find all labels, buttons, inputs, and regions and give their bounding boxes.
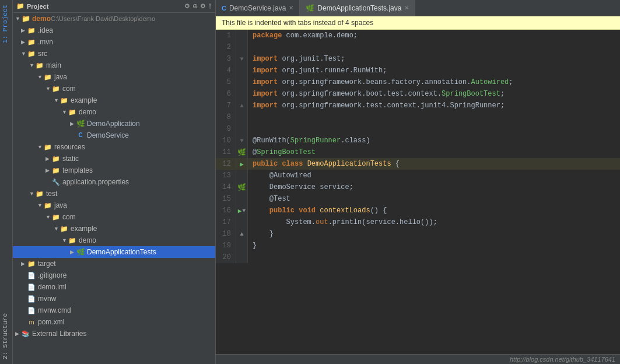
code-content-1: package com.example.demo; bbox=[248, 30, 620, 41]
tab-tests-close[interactable]: ✕ bbox=[404, 5, 409, 11]
code-line-1: 1 package com.example.demo; bbox=[216, 30, 620, 41]
gutter-7: ▲ bbox=[236, 100, 248, 111]
gutter-10: ▼ bbox=[236, 135, 248, 146]
left-panel: 1: Project 2: Structure 📁 Project ⚙ ⊕ ⚙ … bbox=[0, 0, 216, 364]
line-num-13: 13 bbox=[216, 170, 236, 181]
tree-node-example-main[interactable]: ▼ 📁 example bbox=[13, 94, 215, 106]
mvnw-cmd-label: mvnw.cmd bbox=[38, 306, 71, 314]
code-content-13: @Autowired bbox=[248, 170, 620, 181]
code-content-20 bbox=[248, 251, 620, 263]
arrow-idea: ▶ bbox=[21, 27, 27, 33]
code-line-14: 14 🌿 DemoService service; bbox=[216, 181, 620, 193]
tree-node-demo-main[interactable]: ▼ 📁 demo bbox=[13, 106, 215, 118]
tree-node-demo-app[interactable]: ▶ 🌿 DemoApplication bbox=[13, 118, 215, 130]
arrow-example-test: ▼ bbox=[54, 226, 59, 232]
tree-node-pom-xml[interactable]: ▶ m pom.xml bbox=[13, 316, 215, 328]
tree-node-ext-libs[interactable]: ▶ 📚 External Libraries bbox=[13, 328, 215, 340]
tree-node-java-main[interactable]: ▼ 📁 java bbox=[13, 71, 215, 83]
gutter-13 bbox=[236, 170, 248, 181]
demo-path: C:\Users\Frank David\Desktop\demo bbox=[51, 15, 155, 22]
tree-node-target[interactable]: ▶ 📁 target bbox=[13, 258, 215, 270]
vtab-project[interactable]: 1: Project bbox=[0, 0, 12, 48]
code-line-16: 16 ▶ ▼ public void contextLoads() { bbox=[216, 205, 620, 216]
gutter-1 bbox=[236, 30, 248, 41]
tree-node-idea[interactable]: ▶ 📁 .idea bbox=[13, 24, 215, 36]
file-icon-gitignore: 📄 bbox=[27, 271, 36, 280]
java-test-label: java bbox=[54, 201, 67, 209]
gutter-arrow-7: ▲ bbox=[240, 103, 243, 109]
tree-node-demo-service[interactable]: ▶ C DemoService bbox=[13, 130, 215, 141]
tree-node-resources[interactable]: ▼ 📁 resources bbox=[13, 141, 215, 153]
mvn-label: .mvn bbox=[38, 38, 53, 46]
code-content-17: System.out.println(service.hello()); bbox=[248, 216, 620, 228]
tree-node-app-props[interactable]: ▶ 🔧 application.properties bbox=[13, 176, 215, 188]
folder-icon-example-test: 📁 bbox=[59, 224, 69, 233]
folder-icon-target: 📁 bbox=[27, 259, 36, 268]
folder-icon-demo-test: 📁 bbox=[68, 236, 77, 245]
test-label: test bbox=[46, 190, 57, 198]
pin-icon[interactable]: † bbox=[208, 2, 212, 10]
gear-icon[interactable]: ⚙ bbox=[184, 2, 190, 10]
tree-node-java-test[interactable]: ▼ 📁 java bbox=[13, 200, 215, 211]
demo-label: demo bbox=[32, 15, 51, 23]
tab-service-close[interactable]: ✕ bbox=[289, 5, 293, 11]
code-line-11: 11 🌿 @SpringBootTest bbox=[216, 146, 620, 158]
vtab-structure[interactable]: 2: Structure bbox=[0, 309, 12, 364]
iml-icon: 📄 bbox=[27, 282, 36, 292]
java-icon-demo-service: C bbox=[76, 131, 85, 140]
gutter-16: ▶ ▼ bbox=[236, 205, 248, 216]
example-main-label: example bbox=[71, 96, 97, 104]
tree-node-demo-test[interactable]: ▼ 📁 demo bbox=[13, 235, 215, 246]
tree-node-demo-iml[interactable]: ▶ 📄 demo.iml bbox=[13, 281, 215, 293]
folder-icon-demo-main: 📁 bbox=[68, 107, 77, 117]
tree-node-demo-root[interactable]: ▼ 📁 demo C:\Users\Frank David\Desktop\de… bbox=[13, 13, 215, 24]
code-line-9: 9 bbox=[216, 123, 620, 135]
code-editor[interactable]: 1 package com.example.demo; 2 3 ▼ import… bbox=[216, 30, 620, 354]
tab-demo-app-tests[interactable]: 🌿 DemoApplicationTests.java ✕ bbox=[300, 0, 415, 16]
arrow-java-test: ▼ bbox=[37, 202, 43, 208]
tab-demo-service[interactable]: C DemoService.java ✕ bbox=[216, 0, 300, 16]
gutter-11: 🌿 bbox=[236, 146, 248, 158]
main-content: C DemoService.java ✕ 🌿 DemoApplicationTe… bbox=[216, 0, 620, 364]
gutter-arrow-3: ▼ bbox=[240, 56, 243, 62]
tree-node-static[interactable]: ▶ 📁 static bbox=[13, 153, 215, 164]
idea-label: .idea bbox=[38, 26, 53, 34]
src-label: src bbox=[38, 50, 47, 58]
tree-node-templates[interactable]: ▶ 📁 templates bbox=[13, 164, 215, 176]
run-icon-16: ▶ bbox=[238, 207, 242, 215]
line-num-16: 16 bbox=[216, 205, 236, 216]
folder-icon-resources: 📁 bbox=[43, 142, 52, 152]
code-content-10: @RunWith(SpringRunner.class) bbox=[248, 135, 620, 146]
code-content-12: public class DemoApplicationTests { bbox=[248, 158, 620, 170]
static-label: static bbox=[62, 155, 79, 163]
plus-icon[interactable]: ⊕ bbox=[192, 2, 198, 10]
tree-node-test[interactable]: ▼ 📁 test bbox=[13, 188, 215, 200]
tree-node-demo-app-tests[interactable]: ▶ 🌿 DemoApplicationTests bbox=[13, 246, 215, 258]
demo-app-label: DemoApplication bbox=[87, 120, 140, 128]
folder-icon-mvn: 📁 bbox=[27, 37, 36, 47]
pom-xml-label: pom.xml bbox=[38, 318, 64, 326]
example-test-label: example bbox=[71, 225, 97, 233]
tree-node-gitignore[interactable]: ▶ 📄 .gitignore bbox=[13, 270, 215, 281]
tab-tests-label: DemoApplicationTests.java bbox=[317, 4, 401, 12]
tree-node-com-test[interactable]: ▼ 📁 com bbox=[13, 211, 215, 223]
code-line-13: 13 @Autowired bbox=[216, 170, 620, 181]
tree-node-mvn[interactable]: ▶ 📁 .mvn bbox=[13, 36, 215, 48]
line-num-8: 8 bbox=[216, 111, 236, 123]
app-props-label: application.properties bbox=[62, 178, 129, 186]
tree-node-main[interactable]: ▼ 📁 main bbox=[13, 60, 215, 71]
tree-node-src[interactable]: ▼ 📁 src bbox=[13, 48, 215, 60]
folder-icon-com-main: 📁 bbox=[51, 84, 61, 93]
line-num-17: 17 bbox=[216, 216, 236, 228]
settings-icon[interactable]: ⚙ bbox=[200, 2, 206, 10]
tree-node-example-test[interactable]: ▼ 📁 example bbox=[13, 223, 215, 235]
mvnw-label: mvnw bbox=[38, 295, 56, 303]
tree-node-mvnw[interactable]: ▶ 📄 mvnw bbox=[13, 293, 215, 304]
gutter-arrow-10: ▼ bbox=[240, 138, 243, 144]
com-main-label: com bbox=[62, 85, 76, 93]
folder-icon-java-main: 📁 bbox=[43, 72, 52, 82]
code-content-6: import org.springframework.boot.test.con… bbox=[248, 88, 620, 100]
spring-icon-demo-app-tests: 🌿 bbox=[76, 247, 85, 257]
tree-node-mvnw-cmd[interactable]: ▶ 📄 mvnw.cmd bbox=[13, 304, 215, 316]
tree-node-com-main[interactable]: ▼ 📁 com bbox=[13, 83, 215, 94]
